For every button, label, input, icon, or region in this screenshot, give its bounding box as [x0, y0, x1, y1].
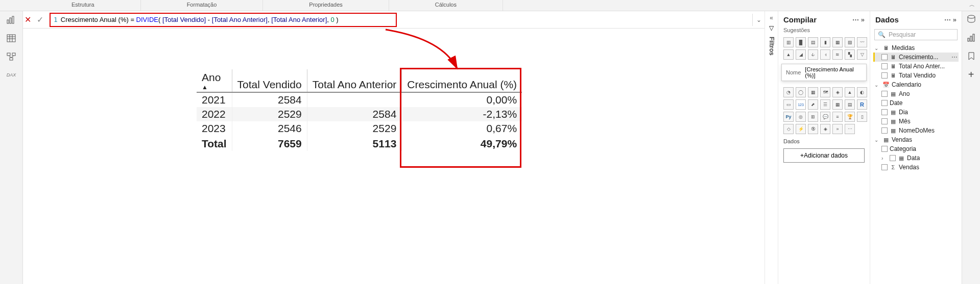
table-row[interactable]: 2023 2546 2529 0,67% [197, 121, 522, 136]
viz-stacked-area-icon[interactable]: ◢ [796, 49, 806, 60]
add-data-button[interactable]: +Adicionar dados [783, 148, 865, 163]
formula-expand-icon[interactable]: ⌄ [752, 14, 764, 26]
field-data[interactable]: › ▦ Data [873, 153, 959, 163]
field-categoria[interactable]: Categoria [873, 144, 959, 153]
viz-100-bar-icon[interactable]: ▦ [832, 37, 843, 47]
pane-collapse-icon[interactable]: » [953, 16, 957, 23]
table-medidas[interactable]: ⌄ 🖩 Medidas [873, 43, 959, 53]
field-checkbox[interactable] [881, 100, 888, 106]
field-checkbox[interactable] [881, 54, 888, 60]
viz-line-icon[interactable]: 〰 [857, 37, 867, 47]
viz-map-icon[interactable]: 🗺 [820, 87, 830, 97]
viz-qa-icon[interactable]: 💬 [820, 112, 830, 122]
viz-more-icon[interactable]: » [832, 124, 843, 134]
viz-donut-icon[interactable]: ◯ [796, 87, 806, 97]
ribbon-tab-estrutura[interactable]: Estrutura [26, 0, 141, 11]
field-total-vendido[interactable]: 🖩 Total Vendido [873, 71, 959, 80]
field-dia[interactable]: ▦ Dia [873, 108, 959, 117]
field-date[interactable]: Date [873, 98, 959, 108]
viz-treemap-icon[interactable]: ▦ [808, 87, 818, 97]
table-vendas[interactable]: ⌄ ▦ Vendas [873, 135, 959, 144]
formula-commit-icon[interactable]: ✓ [35, 15, 44, 24]
pane-more-icon[interactable]: ⋯ [852, 16, 859, 23]
chevron-right-icon[interactable]: › [881, 156, 887, 161]
data-view-icon[interactable] [6, 34, 16, 43]
formula-cancel-icon[interactable]: ✕ [23, 15, 32, 24]
field-checkbox[interactable] [890, 155, 896, 161]
add-icon[interactable]: + [966, 69, 976, 80]
viz-stacked-bar-icon[interactable]: ▥ [783, 37, 794, 47]
dax-view-icon[interactable]: DAX [6, 70, 16, 80]
viz-python-icon[interactable]: Py [783, 112, 794, 122]
field-checkbox[interactable] [881, 118, 888, 124]
viz-waterfall-icon[interactable]: ▚ [845, 49, 855, 60]
field-checkbox[interactable] [881, 72, 888, 79]
pane-collapse-icon[interactable]: » [861, 16, 865, 23]
report-view-icon[interactable] [6, 15, 16, 24]
field-checkbox[interactable] [881, 146, 888, 152]
viz-decomposition-icon[interactable]: ⊞ [808, 112, 818, 122]
viz-table-icon[interactable]: ▦ [832, 99, 843, 110]
fields-search-input[interactable]: 🔍 Pesquisar [874, 29, 958, 40]
field-checkbox[interactable] [881, 164, 888, 170]
viz-clustered-bar-icon[interactable]: ▤ [808, 37, 818, 47]
field-checkbox[interactable] [881, 63, 888, 69]
table-row[interactable]: 2022 2529 2584 -2,13% [197, 107, 522, 121]
viz-line-clustered-icon[interactable]: ⫞ [820, 49, 830, 60]
viz-scatter-icon[interactable]: ⦿ [808, 124, 818, 134]
viz-arcgis-icon[interactable]: ◈ [820, 124, 830, 134]
filters-pane-collapsed[interactable]: « ▽ Filtros [764, 11, 778, 284]
column-header-anterior[interactable]: Total Ano Anterior [307, 69, 402, 92]
formula-input[interactable]: Crescimento Anual (%) = DIVIDE( [Total V… [61, 16, 396, 23]
field-crescimento[interactable]: 🖩 Crescimento... ⋯ [873, 53, 959, 62]
ribbon-tab-calculos[interactable]: Cálculos [389, 0, 503, 11]
model-view-icon[interactable] [6, 52, 16, 61]
field-ano[interactable]: ▦ Ano [873, 89, 959, 98]
data-hub-icon[interactable] [966, 14, 976, 24]
field-checkbox[interactable] [881, 91, 888, 97]
viz-narrative-icon[interactable]: ≡ [832, 112, 843, 122]
table-row[interactable]: 2021 2584 0,00% [197, 92, 522, 107]
viz-area-icon[interactable]: ▲ [783, 49, 794, 60]
viz-get-more-icon[interactable]: ⋯ [845, 124, 855, 134]
report-canvas[interactable]: Ano▲ Total Vendido Total Ano Anterior Cr… [23, 29, 764, 284]
viz-paginated-icon[interactable]: ▯ [857, 112, 867, 122]
field-checkbox[interactable] [881, 127, 888, 134]
viz-pie-icon[interactable]: ◔ [783, 87, 794, 97]
viz-key-influencers-icon[interactable]: ◎ [796, 112, 806, 122]
field-checkbox[interactable] [881, 109, 888, 115]
viz-multi-card-icon[interactable]: 123 [796, 99, 806, 110]
viz-stacked-column-icon[interactable]: █ [796, 37, 806, 47]
column-header-crescimento[interactable]: Crescimento Anual (%) [402, 69, 522, 92]
viz-azure-map-icon[interactable]: ▲ [845, 87, 855, 97]
viz-gauge-icon[interactable]: ◐ [857, 87, 867, 97]
table-calendario[interactable]: ⌄ 📅 Calendario [873, 80, 959, 89]
ribbon-tab-formatacao[interactable]: Formatação [141, 0, 264, 11]
viz-funnel-icon[interactable]: ▽ [857, 49, 867, 60]
field-nomedomes[interactable]: ▦ NomeDoMes [873, 126, 959, 135]
column-header-ano[interactable]: Ano▲ [197, 69, 232, 92]
field-total-ano-anterior[interactable]: 🖩 Total Ano Anter... [873, 62, 959, 71]
field-mes[interactable]: ▦ Mês [873, 117, 959, 126]
viz-matrix-icon[interactable]: ▤ [845, 99, 855, 110]
ribbon-collapse-icon[interactable]: ︿ [964, 0, 980, 11]
viz-card-icon[interactable]: ▭ [783, 99, 794, 110]
pane-more-icon[interactable]: ⋯ [944, 16, 951, 23]
viz-powerapps-icon[interactable]: ◇ [783, 124, 794, 134]
column-header-vendido[interactable]: Total Vendido [232, 69, 307, 92]
viz-line-column-icon[interactable]: ⫝ [808, 49, 818, 60]
viz-clustered-column-icon[interactable]: ▮ [820, 37, 830, 47]
viz-automate-icon[interactable]: ⚡ [796, 124, 806, 134]
viz-slicer-icon[interactable]: ☰ [820, 99, 830, 110]
viz-100-column-icon[interactable]: ▧ [845, 37, 855, 47]
format-icon[interactable] [966, 33, 976, 43]
ribbon-tab-propriedades[interactable]: Propriedades [263, 0, 389, 11]
viz-kpi-icon[interactable]: ⬈ [808, 99, 818, 110]
viz-goals-icon[interactable]: 🏆 [845, 112, 855, 122]
viz-r-icon[interactable]: R [857, 99, 867, 110]
field-vendas[interactable]: Σ Vendas [873, 163, 959, 172]
table-visual[interactable]: Ano▲ Total Vendido Total Ano Anterior Cr… [197, 69, 522, 151]
filters-expand-icon[interactable]: « [770, 14, 773, 21]
bookmark-icon[interactable] [966, 51, 976, 61]
viz-ribbon-icon[interactable]: ≋ [832, 49, 843, 60]
